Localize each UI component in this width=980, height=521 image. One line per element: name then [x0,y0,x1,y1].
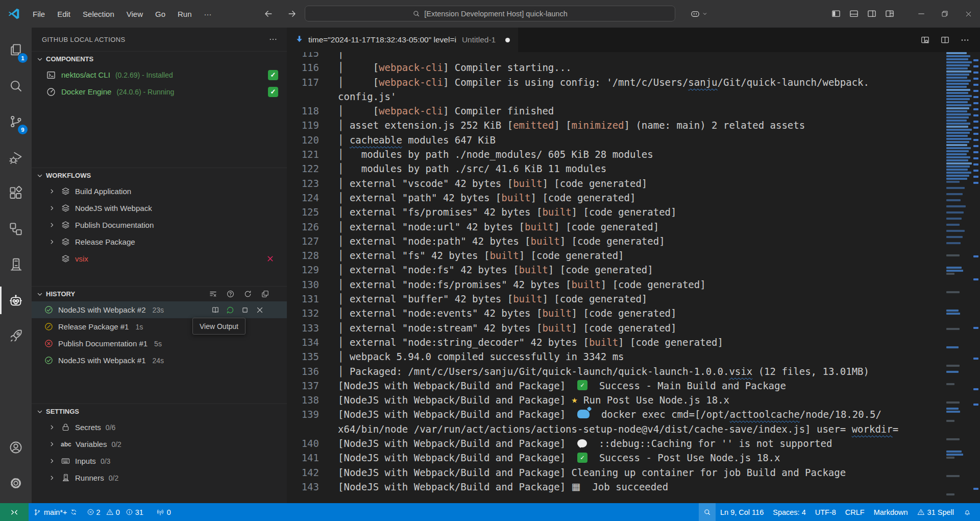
split-editor-button[interactable] [940,35,950,45]
section-header-workflows[interactable]: WORKFLOWS [32,168,287,183]
more-actions-icon[interactable] [268,35,278,44]
code-line-124: 124│ external "path" 42 bytes [built] [c… [287,191,946,205]
activity-item-extensions[interactable] [0,175,32,211]
sidebar-title: GITHUB LOCAL ACTIONS [42,36,126,43]
collapse-all-button[interactable] [261,290,270,298]
vscode-logo-icon [7,7,20,20]
activity-item-source-control[interactable]: 9 [0,104,32,139]
go-back-button[interactable] [263,9,274,19]
history-nodejs-with-webpack-1[interactable]: NodeJS with Webpack #124s [32,352,287,369]
section-workflows: WORKFLOWS Build ApplicationNodeJS with W… [32,168,287,286]
git-branch-item[interactable]: main*+ [29,503,82,521]
zoom-indicator[interactable] [699,503,716,521]
code-line-141: 141[NodeJS with Webpack/Build and Packag… [287,451,946,465]
clear-history-button[interactable] [209,290,217,298]
restore-button[interactable] [933,0,957,28]
activity-item-explorer[interactable]: 1 [0,32,32,68]
activity-item-github-local-actions[interactable] [0,282,32,318]
toggle-panel-button[interactable] [845,9,863,19]
cursor-position-item[interactable]: Ln 9, Col 116 [716,503,768,521]
indentation-item[interactable]: Spaces: 4 [768,503,811,521]
activity-item-rocket[interactable] [0,318,32,354]
chevron-right-icon[interactable] [47,424,56,431]
overview-ruler [972,52,980,503]
chevron-right-icon[interactable] [47,239,56,245]
workflow-release-package[interactable]: Release Package [32,233,287,250]
customize-layout-button[interactable] [880,9,898,19]
remote-indicator[interactable] [0,503,29,521]
chevron-right-icon[interactable] [47,475,56,481]
section-header-components[interactable]: COMPONENTS [32,51,287,66]
go-forward-button[interactable] [287,9,297,19]
language-mode-item[interactable]: Markdown [869,503,913,521]
history-publish-documentation-1[interactable]: Publish Documentation #15s [32,335,287,352]
command-center[interactable]: [Extension Development Host] quick-launc… [305,6,675,21]
settings-variables[interactable]: abcVariables0/2 [32,436,287,453]
notifications-bell[interactable] [959,503,976,521]
toggle-primary-sidebar-button[interactable] [827,9,845,19]
modified-dot-icon[interactable] [505,38,510,42]
checkbox-checked[interactable]: ✓ [268,87,278,97]
layers-icon [61,186,70,196]
menu-go[interactable]: Go [149,5,172,22]
close-button[interactable] [957,0,980,28]
chevron-right-icon[interactable] [47,458,56,464]
refresh-button[interactable] [243,290,252,298]
history-nodejs-with-webpack-2[interactable]: NodeJS with Webpack #223s [32,301,287,318]
checkbox-checked[interactable]: ✓ [268,70,278,80]
chevron-right-icon[interactable] [47,205,56,211]
menu-file[interactable]: File [27,5,51,22]
minimize-button[interactable] [910,0,933,28]
help-button[interactable] [226,290,235,298]
editor-group: time="2024-11-17T18:32:43-05:00" level=i… [287,28,980,503]
stop-button[interactable] [240,305,250,315]
component-nektos-act-cli[interactable]: nektos/act CLI(0.2.69) - Installed✓ [32,66,287,83]
chevron-right-icon[interactable] [47,188,56,195]
spell-checker-item[interactable]: 31 Spell [913,503,959,521]
activity-item-manage-settings[interactable] [0,465,32,501]
section-header-history[interactable]: HISTORY [32,286,287,301]
menu-more[interactable]: ··· [198,5,218,22]
chevron-right-icon[interactable] [47,441,56,447]
workflow-build-application[interactable]: Build Application [32,183,287,200]
toggle-secondary-sidebar-button[interactable] [863,9,880,19]
code-line-137: 137[NodeJS with Webpack/Build and Packag… [287,378,946,393]
workflow-publish-documentation[interactable]: Publish Documentation [32,217,287,233]
activity-item-search[interactable] [0,68,32,104]
code-line-130: 130│ external "node:fs/promises" 42 byte… [287,277,946,292]
menu-view[interactable]: View [120,5,149,22]
menu-run[interactable]: Run [172,5,198,22]
settings-secrets[interactable]: Secrets0/6 [32,419,287,436]
activity-item-run-and-debug[interactable] [0,139,32,175]
chevron-right-icon[interactable] [47,222,56,228]
encoding-item[interactable]: UTF-8 [811,503,841,521]
component-docker-engine[interactable]: Docker Engine(24.0.6) - Running✓ [32,83,287,100]
open-preview-button[interactable] [920,35,930,45]
menu-selection[interactable]: Selection [77,5,120,22]
dismiss-button[interactable] [255,305,264,315]
settings-runners[interactable]: Runners0/2 [32,469,287,486]
activity-item-hierarchy[interactable] [0,211,32,247]
restart-button[interactable] [226,305,235,315]
eol-item[interactable]: CRLF [841,503,869,521]
settings-inputs[interactable]: Inputs0/3 [32,453,287,469]
minimap[interactable] [946,52,972,503]
more-actions-icon[interactable] [960,35,970,45]
view-output-button[interactable] [211,305,220,315]
bubble-icon [577,439,587,447]
remove-workflow-icon[interactable] [266,254,275,263]
tab-bar: time="2024-11-17T18:32:43-05:00" level=i… [287,28,980,52]
section-header-settings[interactable]: SETTINGS [32,404,287,419]
ports-item[interactable]: 0 [152,503,176,521]
grid-icon: ▦ [572,479,581,493]
problems-item[interactable]: 2 0 31 [82,503,152,521]
activity-item-runner-device[interactable] [0,247,32,282]
workflow-vsix[interactable]: vsix [32,250,287,267]
tab-untitled-1[interactable]: time="2024-11-17T18:32:43-05:00" level=i… [287,28,518,52]
copilot-menu[interactable] [690,0,708,28]
history-release-package-1[interactable]: Release Package #11s [32,318,287,335]
menu-edit[interactable]: Edit [51,5,77,22]
activity-item-accounts[interactable] [0,430,32,465]
workflow-nodejs-with-webpack[interactable]: NodeJS with Webpack [32,200,287,217]
editor-body[interactable]: 115│116│ [webpack-cli] Compiler starting… [287,52,980,503]
